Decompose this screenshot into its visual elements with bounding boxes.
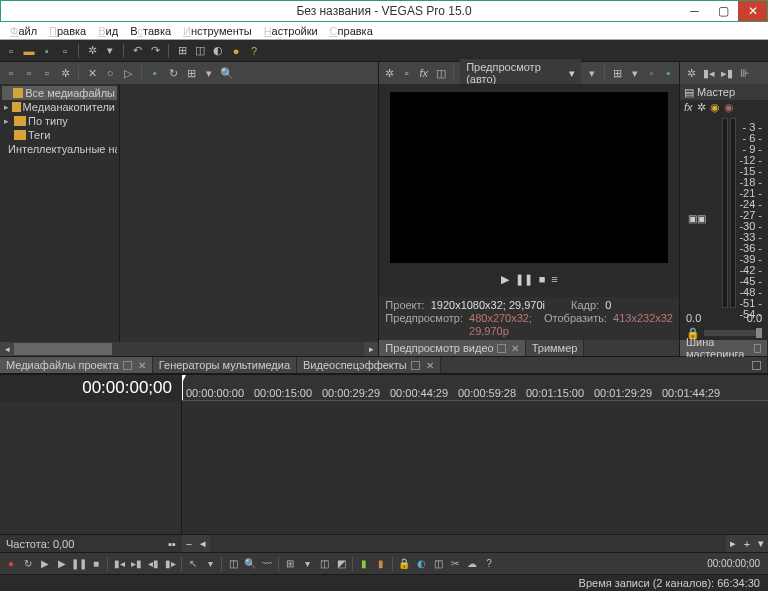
gear-icon[interactable]: ✲ xyxy=(697,101,706,114)
normal-edit-button[interactable]: ↖ xyxy=(186,557,200,571)
maximize-button[interactable]: ▢ xyxy=(709,1,738,21)
menu-file[interactable]: Файл xyxy=(4,23,43,39)
scroll-left-button[interactable]: ◂ xyxy=(0,342,14,356)
window-icon[interactable] xyxy=(752,361,761,370)
zoom-fit-button[interactable]: ▾ xyxy=(754,535,768,552)
go-start-button[interactable]: ▮◂ xyxy=(112,557,126,571)
scroll-thumb[interactable] xyxy=(14,343,112,355)
dropdown-icon[interactable]: ▾ xyxy=(628,66,641,80)
link-icon[interactable]: ▣▣ xyxy=(688,213,706,224)
lock-icon[interactable]: ● xyxy=(229,44,243,58)
dropdown-icon[interactable]: ▾ xyxy=(202,66,216,80)
auto-ripple-button[interactable]: ◩ xyxy=(334,557,348,571)
zoom-edit-button[interactable]: 🔍 xyxy=(243,557,257,571)
mixer-icon[interactable]: ⊪ xyxy=(738,66,752,80)
tab-video-fx[interactable]: Видеоспецэффекты✕ xyxy=(297,357,441,373)
undo-icon[interactable]: ↶ xyxy=(130,44,144,58)
open-icon[interactable]: ▬ xyxy=(22,44,36,58)
timecode-display[interactable]: 00:00:00;00 xyxy=(0,375,182,401)
overlays-icon[interactable]: ⊞ xyxy=(611,66,624,80)
tree-item-by-type[interactable]: ▸По типу xyxy=(2,114,117,128)
views-icon[interactable]: ⊞ xyxy=(184,66,198,80)
minimize-button[interactable]: ─ xyxy=(680,1,709,21)
region-button[interactable]: ▮ xyxy=(374,557,388,571)
prev-icon[interactable]: ▮◂ xyxy=(702,66,716,80)
ignore-grouping-button[interactable]: ◫ xyxy=(431,557,445,571)
menu-insert[interactable]: Вставка xyxy=(124,23,177,39)
tab-master-bus[interactable]: Шина мастеринга xyxy=(680,340,768,356)
next-frame-button[interactable]: ▮▸ xyxy=(163,557,177,571)
properties-icon[interactable]: ✲ xyxy=(85,44,99,58)
get-media-icon[interactable]: ▫ xyxy=(40,66,54,80)
pause-button[interactable]: ❚❚ xyxy=(515,273,533,286)
tab-media-generators[interactable]: Генераторы мультимедиа xyxy=(153,357,297,373)
properties-icon[interactable]: ✲ xyxy=(383,66,396,80)
play-icon[interactable]: ▷ xyxy=(121,66,135,80)
close-icon[interactable]: ✕ xyxy=(511,343,519,354)
save-snapshot-icon[interactable]: ▪ xyxy=(662,66,675,80)
dropdown-icon[interactable]: ▾ xyxy=(203,557,217,571)
fx-icon[interactable]: fx xyxy=(684,101,693,113)
stop-button[interactable]: ■ xyxy=(539,273,546,285)
tree-item-all-media[interactable]: Все медиафайлы xyxy=(2,86,117,100)
snap-icon[interactable]: ⊞ xyxy=(175,44,189,58)
scroll-track[interactable] xyxy=(14,342,364,356)
scroll-right-button[interactable]: ▸ xyxy=(726,535,740,552)
tree-item-tags[interactable]: Теги xyxy=(2,128,117,142)
play-start-button[interactable]: ▶ xyxy=(38,557,52,571)
tab-trimmer[interactable]: Триммер xyxy=(526,340,585,356)
split-button[interactable]: ✂ xyxy=(448,557,462,571)
menu-options[interactable]: Настройки xyxy=(258,23,324,39)
playhead[interactable] xyxy=(182,375,183,400)
close-icon[interactable]: ✕ xyxy=(426,360,434,371)
dropdown-icon[interactable]: ▾ xyxy=(103,44,117,58)
tree-item-smart[interactable]: Интеллектуальные нак xyxy=(2,142,117,156)
fx-icon[interactable]: fx xyxy=(417,66,430,80)
scroll-right-button[interactable]: ▸ xyxy=(364,342,378,356)
next-icon[interactable]: ▸▮ xyxy=(720,66,734,80)
quantize-button[interactable]: ◫ xyxy=(317,557,331,571)
new-icon[interactable]: ▫ xyxy=(4,44,18,58)
rate-icon[interactable]: ▪▪ xyxy=(168,538,176,550)
timeline-scrollbar[interactable]: − ◂ ▸ + ▾ xyxy=(182,535,768,552)
auto-preview-icon[interactable]: ▪ xyxy=(148,66,162,80)
import-icon[interactable]: ▫ xyxy=(4,66,18,80)
mute-icon[interactable]: ◉ xyxy=(724,101,734,114)
horizontal-scrollbar[interactable]: ◂ ▸ xyxy=(0,342,378,356)
copy-icon[interactable]: ▫ xyxy=(645,66,658,80)
auto-icon[interactable]: ◉ xyxy=(710,101,720,114)
zoom-in-button[interactable]: + xyxy=(740,535,754,552)
autofade-icon[interactable]: ◐ xyxy=(211,44,225,58)
tab-project-media[interactable]: Медиафайлы проекта✕ xyxy=(0,357,153,373)
play-button[interactable]: ▶ xyxy=(55,557,69,571)
tree-item-devices[interactable]: ▸Медианакопители xyxy=(2,100,117,114)
search-icon[interactable]: 🔍 xyxy=(220,66,234,80)
snap-button[interactable]: ⊞ xyxy=(283,557,297,571)
auto-crossfade-button[interactable]: ◐ xyxy=(414,557,428,571)
loop-button[interactable]: ↻ xyxy=(21,557,35,571)
split-icon[interactable]: ◫ xyxy=(434,66,447,80)
lock-envelopes-button[interactable]: 🔒 xyxy=(397,557,411,571)
dim-slider[interactable] xyxy=(704,330,762,336)
envelope-edit-button[interactable]: 〰 xyxy=(260,557,274,571)
pause-button[interactable]: ❚❚ xyxy=(72,557,86,571)
ripple-icon[interactable]: ◫ xyxy=(193,44,207,58)
play-button[interactable]: ▶ xyxy=(501,273,509,286)
upload-button[interactable]: ☁ xyxy=(465,557,479,571)
menu-edit[interactable]: Правка xyxy=(43,23,92,39)
refresh-icon[interactable]: ↻ xyxy=(166,66,180,80)
help-icon[interactable]: ? xyxy=(247,44,261,58)
dropdown-icon[interactable]: ▾ xyxy=(585,66,598,80)
menu-icon[interactable]: ≡ xyxy=(551,273,557,285)
record-button[interactable]: ● xyxy=(4,557,18,571)
marker-button[interactable]: ▮ xyxy=(357,557,371,571)
stop-icon[interactable]: ✕ xyxy=(85,66,99,80)
menu-view[interactable]: Вид xyxy=(92,23,124,39)
redo-icon[interactable]: ↷ xyxy=(148,44,162,58)
timeline-ruler[interactable]: 00:00:00:00 00:00:15:00 00:00:29:29 00:0… xyxy=(182,375,768,401)
menu-tools[interactable]: Инструменты xyxy=(177,23,258,39)
scroll-left-button[interactable]: ◂ xyxy=(196,535,210,552)
dropdown-icon[interactable]: ▾ xyxy=(300,557,314,571)
selection-edit-button[interactable]: ◫ xyxy=(226,557,240,571)
stop-button[interactable]: ■ xyxy=(89,557,103,571)
